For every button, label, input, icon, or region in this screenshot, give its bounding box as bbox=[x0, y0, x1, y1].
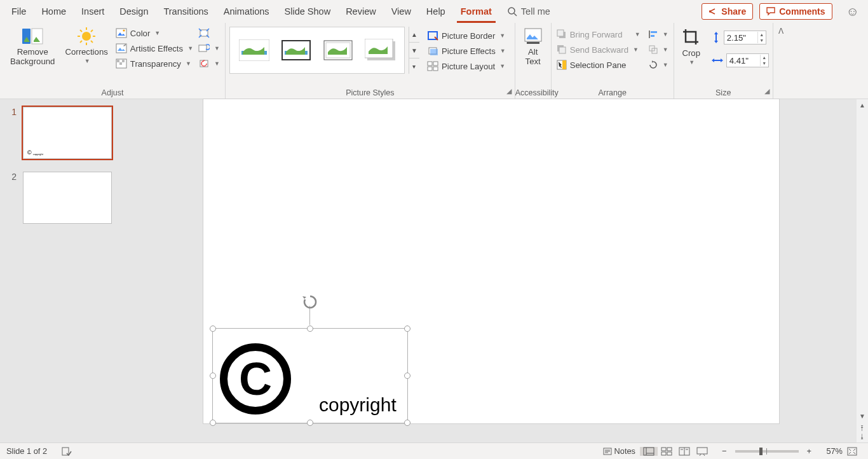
slide-sorter-view-button[interactable] bbox=[658, 447, 675, 456]
svg-rect-46 bbox=[562, 60, 566, 69]
reading-view-button[interactable] bbox=[675, 447, 693, 456]
svg-rect-18 bbox=[117, 60, 119, 62]
corrections-button[interactable]: Corrections ▼ bbox=[61, 25, 111, 88]
compress-pictures-button[interactable] bbox=[197, 27, 221, 39]
tab-help[interactable]: Help bbox=[419, 0, 453, 23]
svg-line-11 bbox=[91, 41, 93, 43]
height-up[interactable]: ▲ bbox=[758, 32, 766, 38]
bring-forward-label: Bring Forward bbox=[570, 30, 623, 39]
svg-rect-49 bbox=[651, 35, 654, 37]
picture-effects-button[interactable]: Picture Effects▼ bbox=[426, 45, 507, 57]
tab-home[interactable]: Home bbox=[34, 0, 74, 23]
menu-tabs: File Home Insert Design Transitions Anim… bbox=[0, 0, 868, 23]
comments-button[interactable]: Comments bbox=[759, 3, 832, 20]
tab-insert[interactable]: Insert bbox=[74, 0, 112, 23]
tell-me-search[interactable]: Tell me bbox=[499, 6, 558, 17]
selection-box[interactable] bbox=[212, 328, 408, 423]
chevron-down-icon: ▼ bbox=[663, 31, 668, 38]
next-slide-button[interactable]: ⭳ bbox=[859, 433, 865, 440]
zoom-value[interactable]: 57% bbox=[816, 446, 843, 456]
group-button[interactable]: ▼ bbox=[647, 43, 670, 56]
zoom-out-button[interactable]: − bbox=[717, 443, 731, 460]
color-button[interactable]: Color▼ bbox=[114, 27, 194, 39]
vertical-scrollbar: ▲ ▼ ⭱ ⭳ bbox=[857, 99, 868, 442]
style-thumb-4[interactable] bbox=[365, 39, 395, 61]
handle-ml[interactable] bbox=[210, 373, 216, 379]
mini-copyright-text: copyright bbox=[33, 153, 43, 156]
slideshow-view-button[interactable] bbox=[693, 447, 711, 456]
reset-picture-button[interactable]: ▼ bbox=[197, 57, 221, 70]
handle-tl[interactable] bbox=[210, 325, 216, 332]
handle-bc[interactable] bbox=[307, 420, 313, 426]
picture-border-button[interactable]: Picture Border▼ bbox=[426, 29, 507, 42]
picture-styles-gallery[interactable] bbox=[229, 27, 405, 74]
tab-review[interactable]: Review bbox=[338, 0, 384, 23]
bring-forward-icon bbox=[557, 29, 567, 39]
slide-thumbnail-1[interactable]: 1 © copyright bbox=[0, 107, 131, 172]
fit-to-window-button[interactable] bbox=[843, 443, 862, 460]
style-thumb-3[interactable] bbox=[323, 39, 353, 61]
spell-check-button[interactable] bbox=[57, 443, 76, 460]
handle-br[interactable] bbox=[404, 420, 410, 426]
svg-rect-73 bbox=[848, 448, 857, 455]
send-backward-button[interactable]: Send Backward▼ bbox=[555, 43, 642, 56]
tab-transitions[interactable]: Transitions bbox=[156, 0, 215, 23]
collapse-ribbon-button[interactable]: ᐱ bbox=[773, 23, 789, 99]
handle-mr[interactable] bbox=[404, 373, 410, 379]
tab-design[interactable]: Design bbox=[112, 0, 156, 23]
rotate-button[interactable]: ▼ bbox=[647, 58, 670, 71]
chevron-down-icon: ▼ bbox=[85, 58, 90, 64]
width-down[interactable]: ▼ bbox=[761, 60, 768, 66]
handle-tr[interactable] bbox=[404, 325, 410, 332]
width-up[interactable]: ▲ bbox=[761, 55, 768, 60]
svg-rect-70 bbox=[697, 448, 707, 454]
slide-thumbnail-2[interactable]: 2 bbox=[0, 172, 131, 236]
selection-pane-button[interactable]: Selection Pane bbox=[555, 58, 642, 71]
notes-button[interactable]: Notes bbox=[599, 443, 640, 460]
size-dialog-launcher[interactable]: ◢ bbox=[764, 87, 770, 95]
remove-background-button[interactable]: Remove Background bbox=[6, 25, 58, 88]
arrange-group-label: Arrange bbox=[552, 88, 674, 97]
picture-styles-dialog-launcher[interactable]: ◢ bbox=[506, 87, 512, 95]
prev-slide-button[interactable]: ⭱ bbox=[859, 425, 865, 432]
tab-format[interactable]: Format bbox=[453, 0, 499, 23]
alt-text-button[interactable]: Alt Text bbox=[519, 25, 547, 88]
zoom-slider[interactable] bbox=[735, 450, 799, 453]
feedback-smile-icon[interactable]: ☺ bbox=[846, 4, 859, 19]
selection-pane-icon bbox=[557, 60, 567, 70]
share-button[interactable]: Share bbox=[702, 3, 753, 20]
height-input[interactable] bbox=[724, 31, 757, 44]
scroll-up-button[interactable]: ▲ bbox=[859, 99, 865, 111]
change-picture-button[interactable]: ▼ bbox=[197, 42, 221, 55]
tab-animations[interactable]: Animations bbox=[216, 0, 277, 23]
bring-forward-button[interactable]: Bring Forward ▼ bbox=[555, 28, 642, 41]
artistic-effects-button[interactable]: Artistic Effects▼ bbox=[114, 42, 194, 55]
slide-canvas[interactable]: C copyright bbox=[131, 99, 857, 442]
corrections-label: Corrections bbox=[65, 47, 107, 57]
zoom-in-button[interactable]: + bbox=[803, 443, 816, 460]
crop-button[interactable]: Crop ▼ bbox=[678, 27, 705, 67]
style-thumb-1[interactable] bbox=[239, 39, 269, 61]
height-icon bbox=[711, 31, 721, 44]
svg-rect-42 bbox=[557, 30, 564, 36]
height-down[interactable]: ▼ bbox=[758, 38, 766, 43]
width-input[interactable] bbox=[727, 54, 760, 67]
height-input-group: ▲▼ bbox=[711, 31, 769, 45]
gallery-down-button[interactable]: ▼ bbox=[409, 43, 419, 58]
gallery-up-button[interactable]: ▲ bbox=[409, 27, 419, 43]
slide: C copyright bbox=[203, 99, 779, 423]
handle-bl[interactable] bbox=[210, 420, 216, 426]
normal-view-button[interactable] bbox=[640, 447, 658, 456]
transparency-button[interactable]: Transparency▼ bbox=[114, 57, 194, 70]
align-button[interactable]: ▼ bbox=[647, 28, 670, 41]
picture-layout-button[interactable]: Picture Layout▼ bbox=[426, 60, 507, 72]
style-thumb-2[interactable] bbox=[281, 39, 311, 61]
scroll-down-button[interactable]: ▼ bbox=[859, 410, 865, 422]
alt-text-label: Alt Text bbox=[526, 47, 541, 66]
tab-view[interactable]: View bbox=[384, 0, 419, 23]
gallery-more-button[interactable]: ▾ bbox=[409, 58, 419, 74]
tab-slide-show[interactable]: Slide Show bbox=[277, 0, 339, 23]
tab-file[interactable]: File bbox=[4, 0, 34, 23]
handle-tc[interactable] bbox=[307, 325, 313, 332]
rotate-handle[interactable] bbox=[302, 294, 318, 311]
